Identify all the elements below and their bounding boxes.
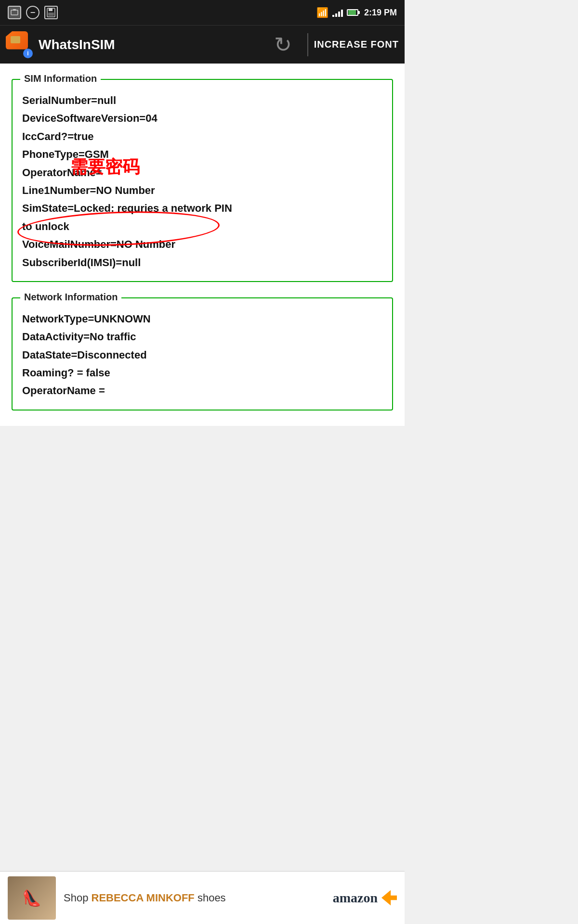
sim-panel-label: SIM Information — [20, 73, 101, 84]
refresh-icon: ↻ — [274, 34, 292, 55]
save-icon — [44, 6, 58, 19]
app-title: WhatsInSIM — [39, 37, 271, 52]
net-field-1: DataActivity=No traffic — [22, 328, 382, 346]
toolbar-divider — [307, 33, 308, 56]
ad-amazon-logo-area: amazon — [333, 890, 397, 906]
refresh-button[interactable]: ↻ — [271, 32, 296, 57]
svg-rect-4 — [48, 13, 54, 16]
svg-rect-3 — [49, 8, 53, 11]
sim-info-content: SerialNumber=null DeviceSoftwareVersion=… — [22, 91, 382, 271]
wifi-icon: 📶 — [316, 7, 328, 18]
sim-info-panel: SIM Information SerialNumber=null Device… — [12, 79, 393, 282]
network-info-panel: Network Information NetworkType=UNKNOWN … — [12, 297, 393, 411]
status-icons-left: − — [8, 6, 58, 19]
sim-field-5: Line1Number=NO Number 需要密码 — [22, 181, 382, 199]
svg-rect-1 — [13, 9, 16, 11]
sim-field-6b: to unlock — [22, 218, 382, 235]
network-panel-label: Network Information — [20, 292, 121, 303]
info-badge: i — [23, 49, 33, 58]
ad-text: Shop REBECCA MINKOFF shoes — [64, 892, 325, 904]
sim-field-0: SerialNumber=null — [22, 91, 382, 109]
status-icons-right: 📶 2:19 PM — [316, 7, 397, 18]
net-field-3: Roaming? = false — [22, 364, 382, 382]
chinese-annotation: 需要密码 — [70, 153, 140, 182]
sim-field-6: SimState=Locked: requries a network PIN — [22, 199, 382, 217]
net-field-0: NetworkType=UNKNOWN — [22, 310, 382, 328]
status-bar: − 📶 2:19 PM — [0, 0, 405, 25]
amazon-logo: amazon — [333, 890, 378, 906]
signal-icon — [332, 8, 343, 17]
footer-ad[interactable]: 👠 Shop REBECCA MINKOFF shoes amazon — [0, 871, 405, 924]
battery-icon — [347, 9, 358, 16]
network-info-content: NetworkType=UNKNOWN DataActivity=No traf… — [22, 310, 382, 400]
sim-field-8: SubscriberId(IMSI)=null — [22, 254, 382, 271]
increase-font-button[interactable]: INCREASE FONT — [314, 39, 399, 50]
net-field-4: OperatorName = — [22, 382, 382, 399]
amazon-arrow-icon — [381, 890, 397, 906]
sim-field-7: VoiceMailNumber=NO Number — [22, 235, 382, 253]
status-time: 2:19 PM — [364, 8, 397, 18]
main-content: SIM Information SerialNumber=null Device… — [0, 64, 405, 426]
app-toolbar: i WhatsInSIM ↻ INCREASE FONT — [0, 25, 405, 64]
svg-rect-0 — [11, 10, 18, 15]
screenshot-icon — [8, 6, 21, 19]
sim-field-1: DeviceSoftwareVersion=04 — [22, 109, 382, 127]
app-logo: i — [6, 31, 33, 58]
ad-shoe-image: 👠 — [8, 876, 56, 920]
sim-field-2: IccCard?=true — [22, 128, 382, 145]
minus-icon: − — [26, 6, 39, 19]
net-field-2: DataState=Disconnected — [22, 346, 382, 364]
